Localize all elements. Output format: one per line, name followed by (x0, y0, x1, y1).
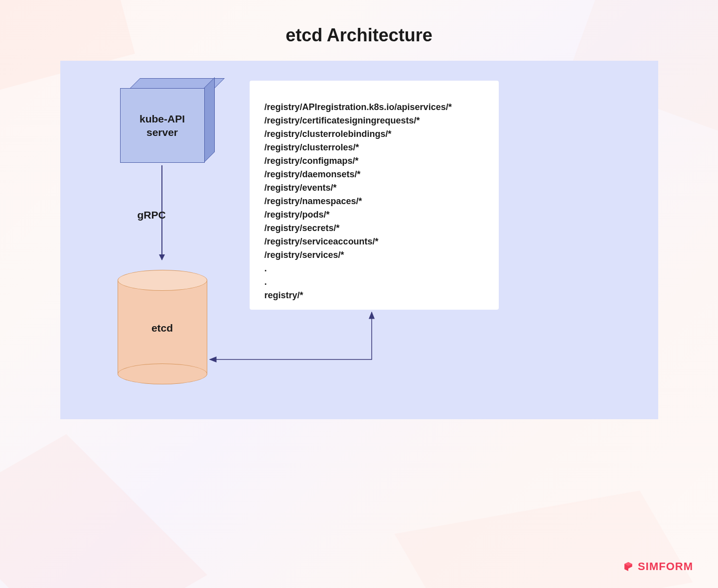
registry-paths-box: /registry/APIregistration.k8s.io/apiserv… (250, 81, 499, 310)
registry-path: /registry/secrets/* (265, 222, 484, 235)
cylinder-bottom (118, 363, 207, 384)
registry-path: /registry/serviceaccounts/* (265, 235, 484, 248)
registry-path: /registry/events/* (265, 181, 484, 195)
brand-logo: SIMFORM (622, 560, 693, 573)
kube-api-line1: kube-API (140, 113, 185, 124)
etcd-registry-arrow (207, 310, 382, 369)
registry-path: /registry/APIregistration.k8s.io/apiserv… (265, 101, 484, 114)
registry-path: /registry/daemonsets/* (265, 168, 484, 181)
bg-decoration (395, 490, 693, 588)
diagram-canvas: kube-API server gRPC etcd /registry/APIr… (60, 61, 658, 419)
registry-path: /registry/pods/* (265, 208, 484, 222)
registry-path: /registry/namespaces/* (265, 195, 484, 208)
registry-path: registry/* (265, 289, 484, 302)
box-side-face (204, 77, 215, 163)
kube-api-server-box: kube-API server (120, 88, 205, 163)
registry-path: /registry/clusterroles/* (265, 141, 484, 154)
grpc-label: gRPC (138, 209, 166, 221)
registry-path: . (265, 262, 484, 275)
registry-path: . (265, 275, 484, 289)
simform-icon (622, 560, 635, 573)
registry-path: /registry/services/* (265, 248, 484, 262)
bg-decoration (0, 434, 207, 588)
brand-name: SIMFORM (638, 560, 693, 573)
diagram-title: etcd Architecture (0, 0, 718, 61)
registry-path: /registry/configmaps/* (265, 154, 484, 168)
kube-api-line2: server (146, 126, 178, 138)
registry-path: /registry/certificatesigningrequests/* (265, 114, 484, 127)
registry-list: /registry/APIregistration.k8s.io/apiserv… (265, 101, 484, 302)
etcd-cylinder: etcd (118, 270, 207, 374)
registry-path: /registry/clusterrolebindings/* (265, 127, 484, 141)
cylinder-top (118, 270, 207, 291)
kube-api-label: kube-API server (140, 112, 185, 139)
etcd-label: etcd (118, 322, 207, 334)
box-front-face: kube-API server (120, 88, 205, 163)
